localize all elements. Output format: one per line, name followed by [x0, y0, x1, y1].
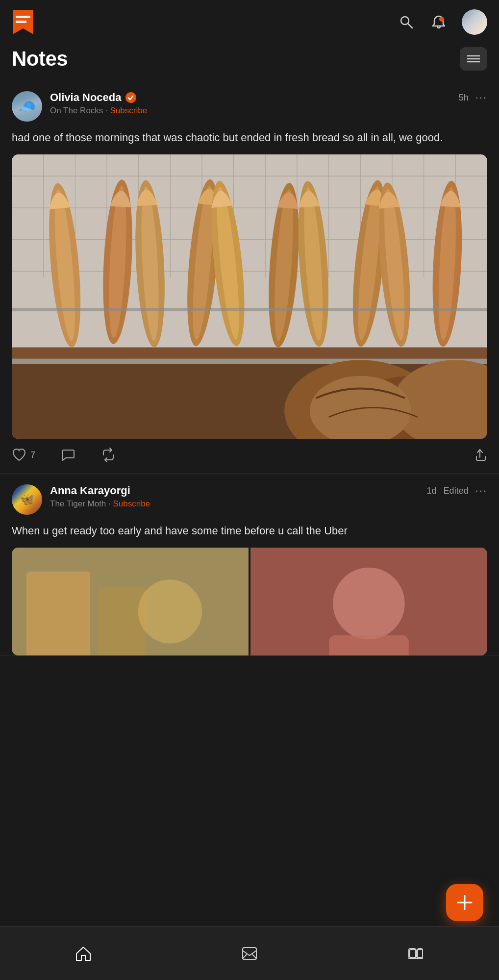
author-avatar[interactable]: 🦋 — [12, 484, 42, 515]
post-images-grid[interactable] — [12, 548, 487, 655]
post-publication: On The Rocks · Subscribe — [50, 106, 487, 116]
verified-badge — [125, 92, 136, 103]
post-author-row: Olivia Noceda 5h ··· — [50, 91, 487, 104]
author-name-wrap: Anna Karayorgi — [50, 484, 130, 497]
post-header: 🦋 Anna Karayorgi 1d Edited ··· The Tiger… — [12, 484, 487, 515]
svg-rect-1 — [16, 21, 26, 23]
app-logo[interactable] — [12, 9, 34, 35]
user-avatar-nav[interactable] — [462, 9, 487, 35]
post-time-wrap: 5h ··· — [459, 91, 487, 104]
svg-rect-28 — [12, 347, 487, 358]
post-image-2 — [250, 548, 487, 655]
svg-rect-72 — [410, 950, 416, 957]
bottom-nav-activity[interactable] — [393, 941, 438, 966]
subscribe-link[interactable]: Subscribe — [110, 106, 148, 115]
svg-rect-0 — [16, 16, 30, 18]
page-title: Notes — [12, 47, 68, 71]
repost-button[interactable] — [101, 448, 116, 462]
nav-icons — [397, 9, 487, 35]
svg-point-4 — [439, 17, 444, 22]
svg-rect-66 — [329, 635, 409, 655]
post-image[interactable] — [12, 154, 487, 439]
bread-svg — [12, 154, 487, 439]
author-name[interactable]: Anna Karayorgi — [50, 484, 130, 497]
author-name-wrap: Olivia Noceda — [50, 91, 136, 104]
notifications-icon[interactable] — [429, 13, 448, 31]
post-more-button[interactable]: ··· — [475, 91, 487, 104]
svg-rect-29 — [12, 359, 487, 364]
post-image-1 — [12, 548, 249, 655]
comment-button[interactable] — [61, 448, 75, 462]
post-card: 🧢 Olivia Noceda 5h ··· — [0, 80, 499, 474]
post-meta: Anna Karayorgi 1d Edited ··· The Tiger M… — [50, 484, 487, 509]
author-avatar[interactable]: 🧢 — [12, 91, 42, 122]
bread-image — [12, 154, 487, 439]
svg-point-62 — [138, 579, 202, 643]
svg-rect-69 — [243, 948, 256, 959]
post-time-wrap: 1d Edited ··· — [427, 484, 487, 497]
like-count: 7 — [30, 450, 35, 460]
post-publication: The Tiger Moth · Subscribe — [50, 499, 487, 509]
subscribe-link[interactable]: Subscribe — [113, 499, 150, 508]
compose-fab[interactable] — [446, 884, 483, 921]
page-title-bar: Notes — [0, 42, 499, 80]
author-name[interactable]: Olivia Noceda — [50, 91, 122, 104]
post-body: had one of those mornings that was chaot… — [12, 129, 487, 146]
post-card: 🦋 Anna Karayorgi 1d Edited ··· The Tiger… — [0, 474, 499, 656]
post-author-row: Anna Karayorgi 1d Edited ··· — [50, 484, 487, 497]
post-more-button[interactable]: ··· — [475, 484, 487, 497]
post-header: 🧢 Olivia Noceda 5h ··· — [12, 91, 487, 122]
notes-feed: 🧢 Olivia Noceda 5h ··· — [0, 80, 499, 715]
post-time: 1d — [427, 486, 437, 496]
filter-menu-button[interactable] — [460, 47, 487, 71]
svg-rect-61 — [98, 587, 146, 655]
share-button[interactable] — [473, 448, 487, 462]
svg-rect-50 — [12, 308, 487, 311]
like-button[interactable]: 7 — [12, 448, 35, 462]
bottom-nav — [0, 926, 499, 980]
top-nav — [0, 0, 499, 42]
post-edited-label: Edited — [444, 486, 469, 496]
post-actions: 7 — [12, 439, 487, 473]
svg-rect-60 — [26, 572, 90, 655]
post-meta: Olivia Noceda 5h ··· On The Rocks — [50, 91, 487, 116]
svg-line-3 — [408, 24, 412, 28]
post-body: When u get ready too early and have some… — [12, 523, 487, 539]
svg-point-65 — [333, 568, 405, 640]
search-icon[interactable] — [397, 13, 416, 31]
bottom-nav-home[interactable] — [61, 941, 106, 966]
post-time: 5h — [459, 93, 469, 103]
bottom-nav-inbox[interactable] — [227, 941, 272, 966]
